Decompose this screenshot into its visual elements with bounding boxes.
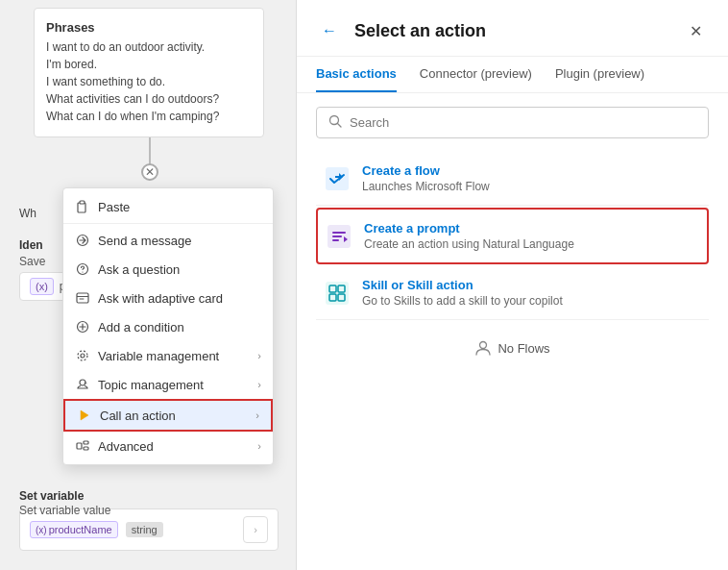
skill-icon [324,280,351,307]
menu-item-ask-adaptive[interactable]: Ask with adaptive card [63,284,273,312]
search-box [316,107,709,138]
menu-item-topic-mgmt[interactable]: Topic management › [63,370,273,399]
variable-mgmt-chevron: › [257,350,261,361]
ask-question-icon [75,261,90,277]
svg-rect-23 [332,232,346,234]
call-action-chevron: › [255,409,259,421]
action-list: Create a flow Launches Microsoft Flow Cr… [297,152,728,570]
connector-line [149,137,151,166]
phrases-label: Phrases [46,20,252,35]
svg-rect-17 [84,447,88,450]
svg-point-4 [82,271,83,272]
menu-divider-1 [63,223,273,224]
svg-marker-14 [81,410,88,420]
variable-mgmt-icon [75,348,90,363]
context-menu: Paste Send a message Ask a question [62,187,274,465]
advanced-chevron: › [257,440,261,452]
search-icon [328,114,342,131]
svg-point-11 [81,354,85,358]
create-flow-text: Create a flow Launches Microsoft Flow [362,163,701,193]
send-message-icon [75,233,90,248]
no-flows-icon [474,339,492,357]
add-condition-icon [75,319,90,335]
menu-item-paste[interactable]: Paste [63,192,273,221]
paste-icon [75,199,90,214]
panel-header: ← Select an action ✕ [297,0,728,57]
skill-text: Skill or Skill action Go to Skills to ad… [362,278,701,308]
topic-mgmt-chevron: › [257,379,261,390]
svg-line-19 [338,124,342,128]
variable-chip: (x) productName [30,521,118,538]
call-action-icon [77,408,92,423]
create-prompt-icon [326,223,352,250]
svg-rect-15 [77,443,82,449]
advanced-label: Advanced [98,439,250,454]
svg-point-32 [480,342,487,349]
create-prompt-desc: Create an action using Natural Language [364,237,699,251]
create-prompt-text: Create a prompt Create an action using N… [364,221,699,251]
menu-item-call-action[interactable]: Call an action › [63,399,273,432]
action-panel: ← Select an action ✕ Basic actions Conne… [296,0,728,570]
ask-adaptive-icon [75,290,90,306]
no-flows-section: No Flows [316,320,709,376]
svg-rect-20 [326,167,349,190]
advanced-icon [75,438,90,454]
search-area [297,93,728,152]
svg-rect-24 [332,235,342,237]
send-message-label: Send a message [98,234,261,248]
ident-label: Iden [19,238,43,252]
svg-rect-25 [332,239,339,241]
set-variable-value-label: Set variable value [19,504,110,517]
menu-item-advanced[interactable]: Advanced › [63,432,273,460]
call-action-label: Call an action [100,409,248,423]
topic-mgmt-icon [75,377,90,392]
ask-adaptive-label: Ask with adaptive card [98,291,261,306]
trigger-card: Phrases I want to do an outdoor activity… [34,8,264,137]
tabs-bar: Basic actions Connector (preview) Plugin… [297,57,728,93]
tab-basic-actions[interactable]: Basic actions [316,57,397,92]
variable-type: string [126,522,163,537]
menu-item-variable-mgmt[interactable]: Variable management › [63,341,273,370]
svg-rect-16 [84,441,88,444]
tab-plugin-preview[interactable]: Plugin (preview) [555,57,644,92]
set-variable-section: Set variable (x) productName string › [19,489,279,551]
svg-point-12 [78,351,87,360]
variable-mgmt-label: Variable management [98,349,250,363]
svg-rect-1 [80,201,85,204]
create-flow-title: Create a flow [362,163,701,178]
flow-editor-panel: Phrases I want to do an outdoor activity… [0,0,298,570]
search-input[interactable] [350,115,696,130]
topic-mgmt-label: Topic management [98,378,250,392]
action-item-create-prompt[interactable]: Create a prompt Create an action using N… [316,208,709,264]
menu-item-add-condition[interactable]: Add a condition [63,312,273,341]
menu-item-ask-question[interactable]: Ask a question [63,255,273,284]
svg-rect-5 [77,293,88,303]
ask-question-label: Ask a question [98,262,261,277]
phrases-text: I want to do an outdoor activity. I'm bo… [46,38,252,125]
variable-row-chevron: › [243,516,268,543]
menu-item-send-message[interactable]: Send a message [63,226,273,255]
create-flow-icon [324,165,351,192]
svg-rect-27 [326,282,349,305]
paste-label: Paste [98,200,261,214]
skill-desc: Go to Skills to add a skill to your copi… [362,294,701,308]
connector-circle[interactable]: ✕ [141,163,158,181]
add-condition-label: Add a condition [98,320,261,335]
create-flow-desc: Launches Microsoft Flow [362,180,701,193]
action-item-create-flow[interactable]: Create a flow Launches Microsoft Flow [316,152,709,206]
tab-connector-preview[interactable]: Connector (preview) [420,57,532,92]
panel-title: Select an action [354,21,670,41]
set-variable-label: Set variable [19,489,279,503]
create-prompt-title: Create a prompt [364,221,699,235]
back-button[interactable]: ← [316,17,343,44]
set-var-text: Set variable value [19,504,110,517]
wh-partial-text: Wh [19,207,36,220]
action-item-skill[interactable]: Skill or Skill action Go to Skills to ad… [316,266,709,320]
no-flows-label: No Flows [497,341,549,356]
skill-title: Skill or Skill action [362,278,701,292]
variable-name: productName [49,524,112,535]
close-button[interactable]: ✕ [682,17,709,44]
